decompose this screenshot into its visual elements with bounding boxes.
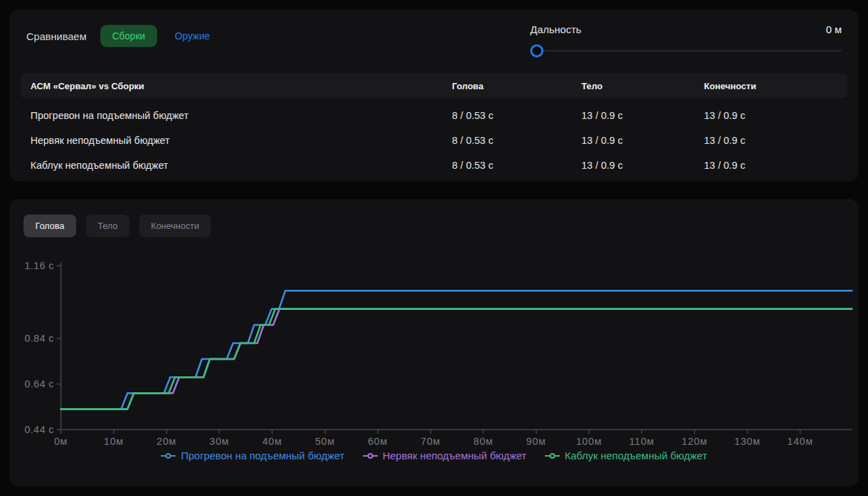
compare-label: Сравниваем [26, 30, 87, 42]
tick-label: 40м [262, 436, 282, 446]
build-stat: 13 / 0.9 с [704, 110, 838, 121]
tick-label: 100м [576, 436, 602, 446]
legend-line-marker-icon [545, 452, 560, 459]
build-name: Нервяк неподъемный бюджет [30, 135, 452, 146]
legend-label: Прогревон на подъемный бюджет [181, 450, 344, 461]
build-name: Каблук неподъемный бюджет [30, 160, 452, 171]
range-slider-block: Дальность 0 м [530, 18, 842, 58]
tick-label: 130м [734, 436, 760, 446]
chart-tab-active[interactable]: Голова [24, 214, 76, 237]
legend-line-marker-icon [161, 452, 176, 459]
legend-label: Нервяк неподъемный бюджет [383, 450, 527, 461]
tick-label: 20м [156, 436, 177, 446]
tick-label: 1.16 с [25, 260, 55, 271]
build-stat: 8 / 0.53 с [452, 160, 581, 171]
legend-item[interactable]: Прогревон на подъемный бюджет [161, 450, 344, 461]
tick-label: 30м [210, 436, 230, 446]
tick-label: 140м [787, 436, 813, 446]
tick-label: 120м [682, 436, 707, 446]
range-slider-thumb[interactable] [530, 44, 543, 57]
column-header-body: Тело [581, 81, 704, 91]
legend-marker-dot [550, 453, 555, 459]
range-slider-value: 0 м [826, 24, 842, 35]
series-line [61, 309, 852, 410]
range-slider-label: Дальность [530, 24, 581, 35]
build-stat: 13 / 0.9 с [581, 135, 704, 146]
compare-mode-switch: Сравниваем Сборки Оружие [26, 18, 210, 47]
legend-label: Каблук неподъемный бюджет [565, 450, 707, 461]
series-line [61, 309, 852, 410]
tick-label: 70м [421, 436, 441, 446]
legend-marker-dot [165, 453, 171, 459]
table-header-row: АСМ «Сервал» vs Сборки Голова Тело Конеч… [21, 73, 847, 98]
chart-legend: Прогревон на подъемный бюджетНервяк непо… [10, 450, 858, 461]
tick-label: 60м [368, 436, 388, 446]
tick-label: 0.44 с [25, 424, 55, 435]
tab-builds[interactable]: Сборки [100, 25, 157, 47]
chart-tab-inactive[interactable]: Тело [86, 214, 129, 237]
column-header-head: Голова [452, 81, 581, 91]
tick-label: 50м [315, 436, 335, 446]
tick-label: 0.84 с [25, 333, 55, 344]
compare-toolbar: Сравниваем Сборки Оружие Дальность 0 м [10, 10, 858, 58]
tick-label: 0.64 с [25, 378, 55, 389]
legend-line-marker-icon [363, 452, 378, 459]
legend-item[interactable]: Нервяк неподъемный бюджет [363, 450, 527, 461]
build-stat: 13 / 0.9 с [704, 135, 838, 146]
build-stat: 8 / 0.53 с [452, 135, 581, 146]
column-header-limbs: Конечности [704, 81, 838, 91]
comparison-panel: Сравниваем Сборки Оружие Дальность 0 м А… [10, 10, 858, 181]
tick-label: 10м [104, 436, 124, 446]
range-slider[interactable] [530, 44, 842, 58]
build-stat: 13 / 0.9 с [704, 160, 838, 171]
ttk-chart: 0.44 с0.64 с0.84 с1.16 с0м10м20м30м40м50… [10, 260, 858, 446]
chart-zone-tabs: ГоловаТелоКонечности [10, 199, 858, 237]
app-root: Сравниваем Сборки Оружие Дальность 0 м А… [0, 0, 868, 496]
tick-label: 110м [629, 436, 654, 446]
chart-panel: ГоловаТелоКонечности 0.44 с0.64 с0.84 с1… [10, 199, 858, 486]
build-stat: 8 / 0.53 с [452, 110, 581, 121]
legend-marker-dot [368, 453, 373, 459]
table-title: АСМ «Сервал» vs Сборки [30, 81, 452, 91]
table-body: Прогревон на подъемный бюджет8 / 0.53 с1… [21, 103, 847, 178]
build-stat: 13 / 0.9 с [581, 110, 704, 121]
legend-item[interactable]: Каблук неподъемный бюджет [545, 450, 707, 461]
range-slider-labels: Дальность 0 м [530, 24, 842, 35]
table-row: Прогревон на подъемный бюджет8 / 0.53 с1… [21, 103, 847, 128]
tick-label: 90м [526, 436, 546, 446]
table-row: Каблук неподъемный бюджет8 / 0.53 с13 / … [21, 153, 847, 178]
range-slider-track[interactable] [530, 50, 842, 52]
comparison-table: АСМ «Сервал» vs Сборки Голова Тело Конеч… [21, 73, 847, 178]
build-name: Прогревон на подъемный бюджет [30, 110, 452, 121]
table-row: Нервяк неподъемный бюджет8 / 0.53 с13 / … [21, 128, 847, 153]
tick-label: 0м [54, 436, 68, 446]
tick-label: 80м [473, 436, 494, 446]
tab-weapons[interactable]: Оружие [175, 25, 210, 47]
chart-tab-inactive[interactable]: Конечности [139, 214, 211, 237]
build-stat: 13 / 0.9 с [581, 160, 704, 171]
